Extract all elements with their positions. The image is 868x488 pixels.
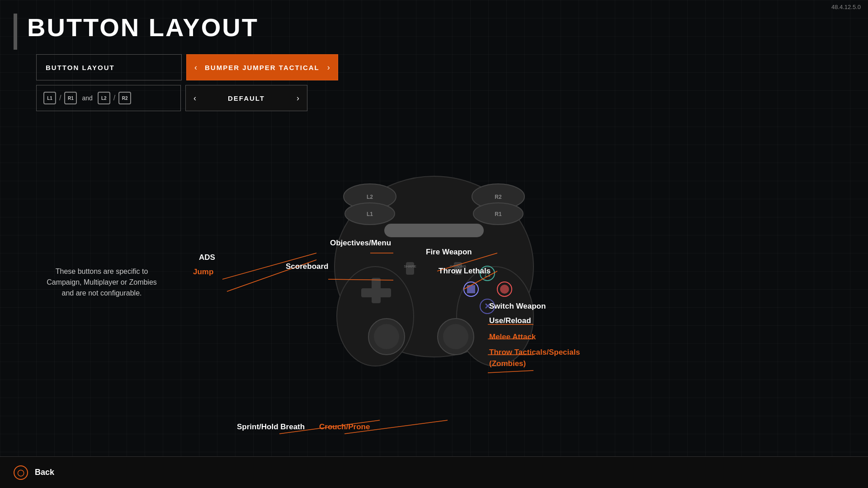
- jump-label: Jump: [193, 267, 213, 277]
- throw-tacticals-label2: (Zombies): [489, 359, 526, 368]
- l1-icon: L1: [43, 92, 56, 104]
- slash2: /: [113, 94, 115, 102]
- scoreboard-label: Scoreboard: [286, 262, 328, 271]
- layout-label-box: BUTTON LAYOUT: [36, 54, 182, 80]
- svg-text:SHARE: SHARE: [404, 264, 416, 268]
- svg-rect-17: [361, 288, 391, 297]
- controller-area: L2 L1 R2 R1 SHARE OPTIONS: [0, 113, 868, 452]
- throw-lethals-label: Throw Lethals: [439, 267, 491, 276]
- svg-point-23: [500, 285, 509, 294]
- ads-label: ADS: [199, 253, 215, 262]
- switch-weapon-label: Switch Weapon: [489, 302, 546, 311]
- version-label: 48.4.12.5.0: [831, 4, 861, 10]
- fire-weapon-label: Fire Weapon: [426, 248, 472, 257]
- svg-text:R2: R2: [495, 194, 502, 200]
- layout-value-text: BUMPER JUMPER TACTICAL: [205, 64, 320, 71]
- layout-next-arrow[interactable]: ›: [320, 55, 338, 80]
- crouch-label: Crouch/Prone: [319, 422, 370, 432]
- and-text: and: [82, 94, 92, 102]
- svg-text:R1: R1: [495, 211, 502, 217]
- page-title: BUTTON LAYOUT: [27, 13, 259, 42]
- layout-label: BUTTON LAYOUT: [37, 64, 181, 71]
- svg-line-39: [488, 371, 533, 373]
- back-button-icon[interactable]: ◯: [14, 465, 28, 480]
- back-label[interactable]: Back: [35, 468, 54, 477]
- svg-rect-3: [384, 224, 484, 237]
- bottom-bar: ◯ Back: [0, 456, 868, 488]
- slash1: /: [59, 94, 61, 102]
- svg-rect-21: [467, 285, 475, 293]
- layout-prev-arrow[interactable]: ‹: [187, 55, 205, 80]
- objectives-label: Objectives/Menu: [330, 239, 391, 248]
- r1-icon: R1: [64, 92, 77, 104]
- secondary-prev-arrow[interactable]: ‹: [186, 85, 204, 111]
- layout-value-selector[interactable]: ‹ BUMPER JUMPER TACTICAL ›: [186, 54, 338, 80]
- button-icons-box: L1 / R1 and L2 / R2: [36, 85, 181, 111]
- left-accent-bar: [14, 14, 17, 50]
- throw-tacticals-label: Throw Tacticals/Specials: [489, 348, 580, 357]
- secondary-control-row: L1 / R1 and L2 / R2 ‹ DEFAULT ›: [36, 85, 338, 111]
- melee-attack-label: Melee Attack: [489, 333, 536, 342]
- secondary-value-text: DEFAULT: [204, 94, 289, 102]
- info-text: These buttons are specific toCampaign, M…: [41, 266, 163, 299]
- svg-point-29: [443, 324, 468, 349]
- layout-control-row: BUTTON LAYOUT ‹ BUMPER JUMPER TACTICAL ›: [36, 54, 338, 80]
- svg-text:L2: L2: [367, 194, 373, 200]
- svg-text:L1: L1: [367, 211, 373, 217]
- secondary-next-arrow[interactable]: ›: [289, 85, 307, 111]
- sprint-label: Sprint/Hold Breath: [237, 422, 305, 432]
- use-reload-label: Use/Reload: [489, 316, 531, 325]
- secondary-value-selector[interactable]: ‹ DEFAULT ›: [185, 85, 307, 111]
- controls-area: BUTTON LAYOUT ‹ BUMPER JUMPER TACTICAL ›…: [36, 54, 338, 111]
- l2-icon: L2: [98, 92, 110, 104]
- r2-icon: R2: [118, 92, 131, 104]
- svg-point-27: [374, 324, 399, 349]
